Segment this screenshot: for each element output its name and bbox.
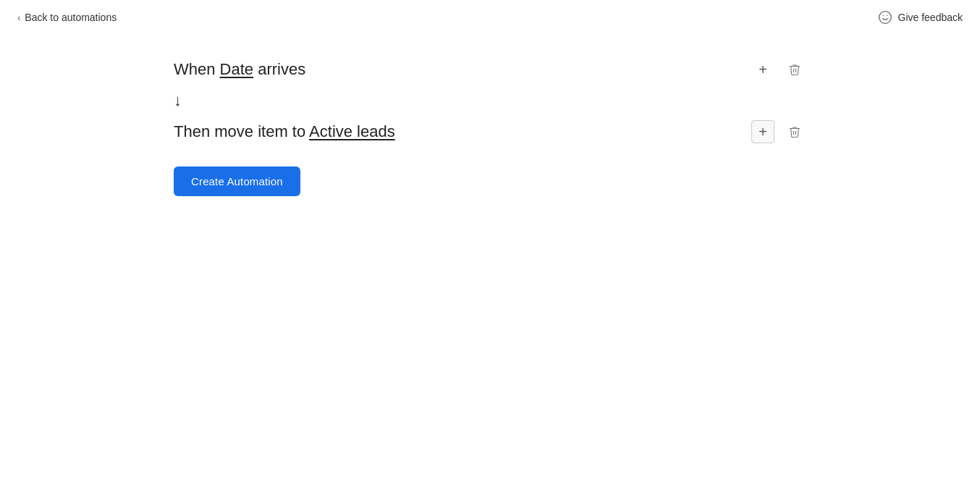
- action-row: Then move item to Active leads +: [174, 120, 806, 143]
- trigger-prefix: When: [174, 60, 220, 78]
- trigger-row: When Date arrives +: [174, 58, 806, 81]
- flow-arrow: ↓: [174, 93, 806, 109]
- action-destination-link[interactable]: Active leads: [309, 122, 395, 140]
- action-trash-icon: [788, 125, 801, 138]
- feedback-icon: [878, 10, 892, 25]
- trigger-delete-button[interactable]: [783, 58, 806, 81]
- trigger-add-button[interactable]: +: [751, 58, 774, 81]
- trigger-actions: +: [751, 58, 806, 81]
- action-actions: +: [751, 120, 806, 143]
- give-feedback-label: Give feedback: [898, 12, 963, 23]
- action-add-button[interactable]: +: [751, 120, 774, 143]
- trigger-add-icon: +: [759, 62, 767, 77]
- trigger-text: When Date arrives: [174, 60, 305, 79]
- give-feedback-button[interactable]: Give feedback: [878, 10, 963, 25]
- back-to-automations-link[interactable]: ‹ Back to automations: [17, 12, 117, 23]
- svg-point-0: [879, 12, 891, 24]
- action-delete-button[interactable]: [783, 120, 806, 143]
- back-label: Back to automations: [25, 12, 117, 23]
- automation-editor: When Date arrives + ↓ Then move item to …: [174, 58, 806, 196]
- trigger-date-link[interactable]: Date: [220, 60, 253, 78]
- trigger-trash-icon: [788, 63, 801, 76]
- trigger-suffix: arrives: [253, 60, 305, 78]
- top-nav: ‹ Back to automations Give feedback: [0, 0, 980, 35]
- action-text: Then move item to Active leads: [174, 122, 395, 141]
- create-automation-button[interactable]: Create Automation: [174, 166, 300, 196]
- action-prefix: Then move item to: [174, 122, 309, 140]
- back-chevron-icon: ‹: [17, 12, 20, 23]
- action-add-icon: +: [759, 125, 767, 139]
